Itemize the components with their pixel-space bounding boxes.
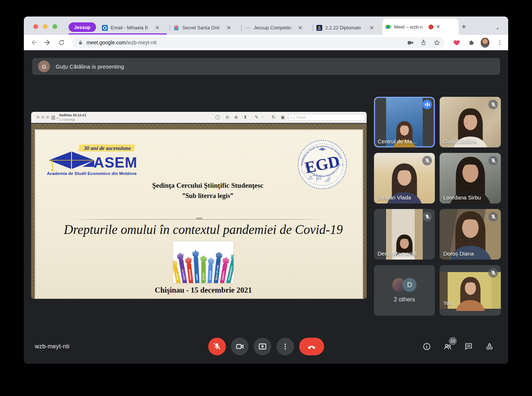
participant-name: You [443,300,452,306]
rotate-icon[interactable]: ↻ [270,114,277,120]
tab-strip: Jessup Email - Mihaela B ✕ Secret Santa … [24,16,508,35]
tab-search-chevron-icon[interactable]: ⌄ [493,24,502,31]
slide-subheading: ”Sub literra legis” [53,192,362,200]
participants-icon[interactable]: 10 [443,342,452,351]
sidebar-toggle-icon[interactable]: ▥⌄ [51,114,58,120]
slide-main-title: Drepturile omului în contextul pandemiei… [44,223,362,237]
browser-menu-icon[interactable] [495,38,504,47]
bookmark-star-icon[interactable] [433,38,441,47]
tab-diplomats[interactable]: 2.2.22 Diplomats ✕ [313,22,386,34]
end-call-button[interactable] [299,338,324,355]
share-icon[interactable]: ⬆ [242,114,249,120]
diplomats-icon [316,25,322,31]
participant-name: Doroș Diana [443,250,474,257]
divider-ornament: ✕✕✕ [36,217,362,220]
mic-off-icon [488,156,498,165]
tab-email[interactable]: Email - Mihaela B ✕ [99,22,173,34]
participant-tile-stratan[interactable]: Stratan Vlada [374,153,435,203]
tab-label: Jessup Competito [254,25,297,30]
meet-page: G Guțu Cătălina is presenting ▥⌄ Sedinta… [24,50,508,364]
mic-muted-button[interactable] [208,338,226,355]
asem-logo: 30 ani de ascensiune ASEM Academia de St… [46,144,137,178]
shared-screen: ▥⌄ Sedinta 15.12.21 1 страница ⓘ ⊖ ⊕ ⬆ ✎… [31,112,367,299]
participant-name: Loredana Sirbu [443,194,481,201]
close-tab-icon[interactable]: ✕ [154,25,161,31]
participant-tile-others[interactable]: D 2 others [374,265,435,316]
zoom-in-icon[interactable]: ⊕ [233,114,239,120]
url-path: /wzb-meyt-nti [126,40,156,45]
camera-button[interactable] [231,338,249,355]
participant-tile-doros[interactable]: Doroș Diana [440,209,501,260]
more-options-button[interactable] [276,338,294,355]
close-window-button[interactable] [33,24,38,29]
slide-frame: 30 ani de ascensiune ASEM Academia de St… [31,123,367,299]
tab-meet-active[interactable]: Meet – wzb-n ✕ [382,19,459,35]
info-icon[interactable]: ⓘ [214,114,221,121]
participant-tile-loredana[interactable]: Loredana Sirbu [440,153,501,203]
speaking-indicator-icon [422,100,432,109]
participant-tile-denis[interactable]: Denis Margarint [374,209,435,260]
close-tab-icon[interactable]: ✕ [435,23,441,30]
document-title: Sedinta 15.12.21 [59,113,86,117]
hands-image: TRUSTEQUALITYFREEDOMHOPEPEACEJUSTICERULE… [173,241,234,283]
tab-secret-santa[interactable]: Secret Santa Onli ✕ [170,22,244,34]
call-controls [208,338,324,355]
tab-label: 2.2.22 Diplomats [325,25,368,30]
camera-in-use-icon[interactable] [406,38,414,47]
present-button[interactable] [254,338,271,355]
heart-extension-icon[interactable] [452,38,461,47]
participant-grid: Centrul de Ma... Guțu Cătălina Stratan V… [374,97,501,316]
slide: 30 ani de ascensiune ASEM Academia de St… [35,129,363,299]
markup-chevron-icon[interactable]: ⌄ [259,114,266,118]
zoom-out-icon[interactable]: ⊖ [224,114,231,120]
slide-heading: Şedinţa Cercului Ştiinţific Studenţesc [53,182,362,190]
close-tab-icon[interactable]: ✕ [368,25,375,31]
participant-name: Denis Margarint [378,250,417,257]
presenting-banner: G Guțu Cătălina is presenting [32,58,500,75]
chat-icon[interactable] [464,342,473,351]
tab-label: Email - Mihaela B [111,25,154,30]
participants-count-badge: 10 [449,337,457,345]
close-tab-icon[interactable]: ✕ [297,25,304,31]
document-pages: 1 страница [59,117,86,122]
maximize-window-button[interactable] [52,24,57,29]
preview-search-field[interactable]: ⌕⌄ Поиск [288,114,365,121]
meeting-code: wzb-meyt-nti [35,342,69,351]
meet-icon [385,24,391,30]
share-icon[interactable] [419,38,428,47]
svg-text:Academia de Studii Economice d: Academia de Studii Economice din Moldova [47,171,137,176]
participant-tile-gutu[interactable]: Guțu Cătălina [440,97,501,147]
outlook-icon [102,25,108,31]
ilsa-icon: ILSA [245,25,251,31]
extensions-puzzle-icon[interactable] [467,38,476,47]
mic-off-icon [488,268,498,278]
lock-icon[interactable] [76,38,84,47]
profile-avatar[interactable] [481,38,489,47]
tab-label: Meet – wzb-n [394,24,428,30]
recording-indicator-icon [429,25,433,29]
preview-toolbar: ▥⌄ Sedinta 15.12.21 1 страница ⓘ ⊖ ⊕ ⬆ ✎… [31,112,367,123]
slide-footer: Chişinau - 15 decembrie 2021 [44,286,362,295]
browser-toolbar: meet.google.com/wzb-meyt-nti [24,35,508,50]
reload-icon[interactable] [57,38,66,47]
mic-off-icon [488,212,498,221]
minimize-window-button[interactable] [43,24,48,29]
tab-jessup[interactable]: ILSA Jessup Competito ✕ [242,22,316,34]
new-tab-button[interactable]: + [459,23,468,30]
gift-icon [173,25,179,31]
others-count-label: 2 others [394,296,415,303]
back-icon[interactable] [29,38,38,47]
participant-tile-you[interactable]: You [440,265,501,316]
close-tab-icon[interactable]: ✕ [225,25,232,31]
svg-text:✦: ✦ [300,163,303,167]
participant-name: Guțu Cătălina [443,138,477,144]
meeting-details-icon[interactable] [422,342,431,351]
activities-icon[interactable] [485,342,494,351]
highlight-pen-icon[interactable]: ◉ [279,114,286,120]
address-bar[interactable]: meet.google.com/wzb-meyt-nti [72,37,444,48]
svg-text:PEACE: PEACE [202,272,205,280]
forward-icon[interactable] [43,38,52,47]
hands-graphic: TRUSTEQUALITYFREEDOMHOPEPEACEJUSTICERULE… [173,241,234,283]
tab-group-label[interactable]: Jessup [69,22,96,32]
participant-tile-centrul[interactable]: Centrul de Ma... [374,97,435,147]
